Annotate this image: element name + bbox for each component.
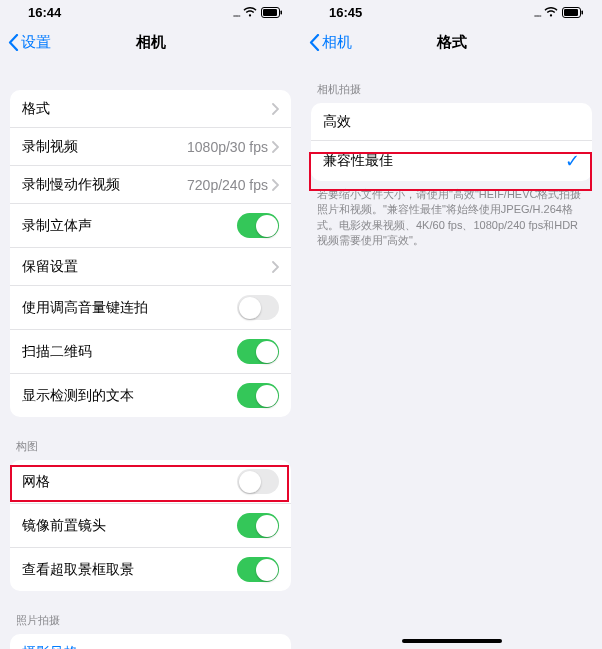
volume-burst-toggle[interactable] — [237, 295, 279, 320]
row-label: 网格 — [22, 473, 50, 491]
chevron-left-icon — [8, 34, 19, 51]
row-label: 摄影风格 — [22, 644, 78, 649]
settings-group-composition: 网格 镜像前置镜头 查看超取景框取景 — [10, 460, 291, 591]
back-label: 设置 — [21, 33, 51, 52]
nav-bar: 设置 相机 — [0, 24, 301, 60]
battery-icon — [261, 7, 283, 18]
row-video[interactable]: 录制视频 1080p/30 fps — [10, 128, 291, 166]
group-header-capture: 相机拍摄 — [301, 60, 602, 103]
home-indicator[interactable] — [402, 639, 502, 643]
row-label: 录制慢动作视频 — [22, 176, 120, 194]
settings-group-photo: 摄影风格 — [10, 634, 291, 649]
row-preserve[interactable]: 保留设置 — [10, 248, 291, 286]
status-icons: .... — [233, 5, 283, 20]
row-label: 使用调高音量键连拍 — [22, 299, 148, 317]
status-bar: 16:45 .... — [301, 0, 602, 24]
svg-rect-2 — [281, 10, 283, 14]
svg-rect-5 — [582, 10, 584, 14]
outside-frame-toggle[interactable] — [237, 557, 279, 582]
chevron-left-icon — [309, 34, 320, 51]
row-label: 格式 — [22, 100, 50, 118]
row-label: 保留设置 — [22, 258, 78, 276]
qr-toggle[interactable] — [237, 339, 279, 364]
row-qr: 扫描二维码 — [10, 330, 291, 374]
battery-icon — [562, 7, 584, 18]
row-label: 显示检测到的文本 — [22, 387, 134, 405]
cellular-dots-icon: .... — [233, 5, 239, 20]
row-high-efficiency[interactable]: 高效 — [311, 103, 592, 141]
row-label: 录制立体声 — [22, 217, 92, 235]
phone-camera-settings: 16:44 .... 设置 相机 格式 录制视频 1080p/30 fps 录制… — [0, 0, 301, 649]
row-label: 高效 — [323, 113, 351, 131]
svg-rect-4 — [564, 9, 578, 16]
group-footer-capture: 若要缩小文件大小，请使用"高效"HEIF/HEVC格式拍摄照片和视频。"兼容性最… — [301, 181, 602, 249]
mirror-front-toggle[interactable] — [237, 513, 279, 538]
row-most-compatible[interactable]: 兼容性最佳 ✓ — [311, 141, 592, 181]
nav-bar: 相机 格式 — [301, 24, 602, 60]
svg-rect-1 — [263, 9, 277, 16]
detected-text-toggle[interactable] — [237, 383, 279, 408]
back-button[interactable]: 相机 — [309, 33, 352, 52]
row-volume-burst: 使用调高音量键连拍 — [10, 286, 291, 330]
back-label: 相机 — [322, 33, 352, 52]
row-label: 镜像前置镜头 — [22, 517, 106, 535]
back-button[interactable]: 设置 — [8, 33, 51, 52]
cellular-dots-icon: .... — [534, 5, 540, 20]
row-label: 查看超取景框取景 — [22, 561, 134, 579]
row-outside-frame: 查看超取景框取景 — [10, 548, 291, 591]
group-header-photo: 照片拍摄 — [0, 591, 301, 634]
status-time: 16:45 — [329, 5, 362, 20]
phone-format-settings: 16:45 .... 相机 格式 相机拍摄 高效 兼容性最佳 ✓ 若要缩小文件大… — [301, 0, 602, 649]
chevron-right-icon — [272, 141, 279, 153]
row-label: 兼容性最佳 — [323, 152, 393, 170]
group-header-composition: 构图 — [0, 417, 301, 460]
chevron-right-icon — [272, 179, 279, 191]
wifi-icon — [544, 7, 558, 17]
row-value: 720p/240 fps — [187, 177, 268, 193]
row-photo-style[interactable]: 摄影风格 — [10, 634, 291, 649]
settings-group-capture: 高效 兼容性最佳 ✓ — [311, 103, 592, 181]
status-icons: .... — [534, 5, 584, 20]
check-icon: ✓ — [565, 150, 580, 172]
row-value: 1080p/30 fps — [187, 139, 268, 155]
row-grid: 网格 — [10, 460, 291, 504]
status-bar: 16:44 .... — [0, 0, 301, 24]
chevron-right-icon — [272, 261, 279, 273]
row-format[interactable]: 格式 — [10, 90, 291, 128]
status-time: 16:44 — [28, 5, 61, 20]
row-stereo: 录制立体声 — [10, 204, 291, 248]
row-mirror-front: 镜像前置镜头 — [10, 504, 291, 548]
settings-group-main: 格式 录制视频 1080p/30 fps 录制慢动作视频 720p/240 fp… — [10, 90, 291, 417]
wifi-icon — [243, 7, 257, 17]
row-detected-text: 显示检测到的文本 — [10, 374, 291, 417]
chevron-right-icon — [272, 103, 279, 115]
row-slomo[interactable]: 录制慢动作视频 720p/240 fps — [10, 166, 291, 204]
stereo-toggle[interactable] — [237, 213, 279, 238]
grid-toggle[interactable] — [237, 469, 279, 494]
row-label: 录制视频 — [22, 138, 78, 156]
row-label: 扫描二维码 — [22, 343, 92, 361]
